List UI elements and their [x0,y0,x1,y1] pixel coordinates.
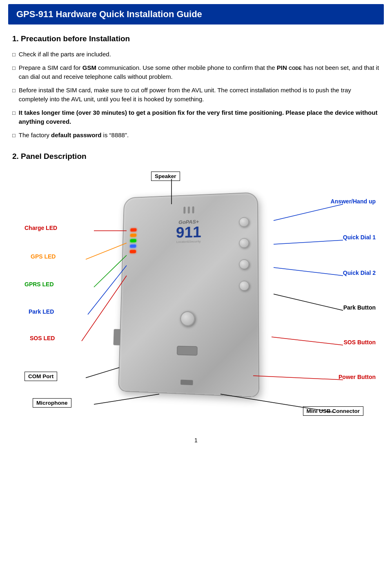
svg-line-5 [274,268,343,276]
usb-port-physical [180,380,193,386]
gprs-led-label: GPRS LED [24,281,54,288]
quick-dial-2-label: Quick Dial 2 [343,270,376,276]
svg-line-3 [274,240,343,244]
gps-led-indicator [130,234,136,237]
sos-button-label: SOS Button [343,339,376,346]
bullet-icon: □ [12,51,16,59]
bullet-icon: □ [12,132,16,140]
com-port-label: COM Port [24,372,57,381]
svg-line-8 [274,294,343,310]
page: GPS-911 Hardware Quick Installation Guid… [8,0,384,456]
park-button-label: Park Button [343,304,376,311]
answer-handup-label: Answer/Hand up [331,198,376,205]
device-body: GoPAS+ 911 Locator&Security [118,192,259,397]
answer-button-physical [239,217,249,227]
gps-led-label: GPS LED [31,253,56,260]
button-strip [239,217,249,303]
gprs-led-indicator [130,239,136,242]
bullet-text: Before install the SIM card, make sure t… [19,86,380,104]
quick-dial-1-physical [239,238,249,248]
park-led-label: Park LED [29,308,54,315]
section1-title: 1. Precaution before Installation [12,34,380,43]
svg-line-11 [86,368,119,378]
list-item: □ Check if all the parts are included. [12,50,380,59]
quick-dial-2-physical [239,259,249,269]
list-item: □ It takes longer time (over 30 minutes)… [12,108,380,127]
list-item: □ Before install the SIM card, make sure… [12,86,380,104]
list-item: □ Prepare a SIM card for GSM communicati… [12,63,380,82]
page-header: GPS-911 Hardware Quick Installation Guid… [8,4,384,25]
svg-line-12 [253,376,343,380]
speaker-holes [183,206,194,214]
speaker-label: Speaker [151,172,180,181]
led-strip [130,228,141,256]
charge-led-label: Charge LED [24,225,57,231]
sos-led-label: SOS LED [30,335,55,341]
section2-title: 2. Panel Description [12,152,380,161]
park-led-indicator [130,245,136,248]
svg-line-10 [272,337,343,345]
device-logo: GoPAS+ 911 Locator&Security [176,218,202,243]
charge-led-indicator [130,228,136,232]
svg-line-13 [94,394,159,404]
bullet-text: Check if all the parts are included. [19,50,380,59]
page-title: GPS-911 Hardware Quick Installation Guid… [16,9,202,19]
bullet-icon: □ [12,87,16,95]
bullet-icon: □ [12,109,16,117]
list-item: □ The factory default password is “8888”… [12,131,380,140]
quick-dial-1-label: Quick Dial 1 [343,234,376,241]
speaker-hole [188,207,190,214]
svg-line-4 [86,243,127,259]
bullet-text: It takes longer time (over 30 minutes) t… [19,108,380,127]
microphone-label: Microphone [33,398,71,408]
sos-led-indicator [130,250,136,253]
com-port-physical [113,329,120,346]
power-switch-physical [177,346,198,356]
bullet-icon: □ [12,64,16,72]
power-button-label: Power Button [339,374,376,380]
panel-diagram: GoPAS+ 911 Locator&Security Speaker [12,167,380,429]
section-precaution: 1. Precaution before Installation □ Chec… [8,34,384,140]
bullet-text: Prepare a SIM card for GSM communication… [19,63,380,82]
park-button-physical [239,281,249,290]
bullet-text: The factory default password is “8888”. [19,131,380,140]
page-number: 1 [8,437,384,444]
speaker-hole [192,206,194,213]
model-text: 911 [176,225,201,240]
mini-usb-label: Mini USB Connector [303,406,364,416]
section-panel: 2. Panel Description [8,152,384,429]
subtitle-text: Locator&Security [176,240,201,244]
speaker-hole [183,207,185,214]
svg-line-1 [274,204,343,221]
sos-button-physical [180,311,195,326]
